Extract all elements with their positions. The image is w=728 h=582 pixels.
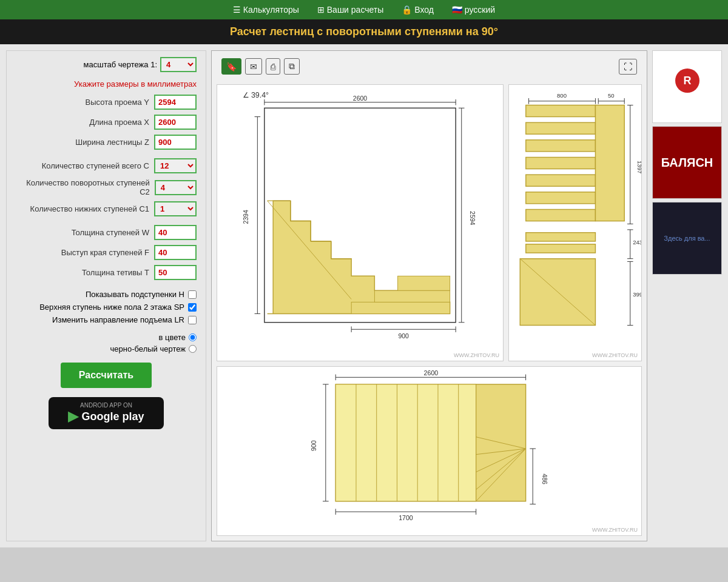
svg-text:2600: 2600 bbox=[353, 95, 368, 102]
svg-text:900: 900 bbox=[398, 332, 409, 340]
overhang-label: Выступ края ступеней F bbox=[61, 248, 149, 257]
show-risers-label: Показывать подступенки Н bbox=[86, 290, 184, 299]
nav-my-calcs[interactable]: ⊞ Ваши расчеты bbox=[317, 5, 383, 15]
svg-text:800: 800 bbox=[557, 92, 567, 99]
bw-radio[interactable] bbox=[189, 345, 197, 353]
svg-text:1700: 1700 bbox=[399, 514, 413, 521]
top-step-checkbox[interactable] bbox=[188, 303, 197, 312]
width-input[interactable] bbox=[154, 135, 197, 150]
stringer-input[interactable] bbox=[154, 265, 197, 280]
svg-rect-54 bbox=[526, 175, 596, 186]
svg-text:399: 399 bbox=[633, 291, 641, 298]
svg-rect-79 bbox=[335, 384, 476, 501]
turn-steps-row: Количество поворотных ступеней С2 435 bbox=[16, 178, 197, 196]
svg-text:1397: 1397 bbox=[636, 161, 641, 173]
fullscreen-btn[interactable]: ⛶ bbox=[619, 59, 637, 75]
thickness-row: Толщина ступеней W bbox=[16, 225, 197, 240]
svg-rect-19 bbox=[351, 302, 450, 313]
svg-text:2594: 2594 bbox=[469, 211, 476, 226]
steps-label: Количество ступеней всего С bbox=[42, 161, 149, 170]
overhang-input[interactable] bbox=[154, 245, 197, 260]
width-row: Ширина лестницы Z bbox=[16, 135, 197, 150]
main-layout: масштаб чертежа 1: 453 Укажите размеры в… bbox=[0, 44, 728, 547]
svg-rect-52 bbox=[526, 140, 596, 152]
lower-steps-row: Количество нижних ступеней С1 123 bbox=[16, 201, 197, 216]
front-view-svg: 800 50 1397 243 bbox=[509, 85, 641, 346]
left-panel: масштаб чертежа 1: 453 Укажите размеры в… bbox=[6, 50, 206, 541]
side-view-diagram: ∠ 39.4° 2600 2594 bbox=[217, 84, 504, 361]
watermark-3: WWW.ZHITOV.RU bbox=[592, 527, 638, 533]
diagram-toolbar: 🔖 ✉ ⎙ ⧉ ⛶ bbox=[217, 56, 642, 77]
change-dir-checkbox[interactable] bbox=[188, 316, 197, 324]
turn-steps-select[interactable]: 435 bbox=[155, 180, 197, 195]
ad-top: R bbox=[652, 50, 722, 123]
android-line1: ANDROID APP ON bbox=[56, 402, 157, 409]
height-label: Высота проема Y bbox=[86, 98, 149, 107]
right-ad-panel: R БАЛЯСН Здесь для ва... bbox=[652, 50, 722, 541]
play-icon: ▶ bbox=[68, 409, 78, 424]
scale-label: масштаб чертежа 1: bbox=[84, 60, 157, 69]
watermark-1: WWW.ZHITOV.RU bbox=[454, 352, 499, 358]
show-risers-row: Показывать подступенки Н bbox=[16, 290, 197, 299]
height-row: Высота проема Y bbox=[16, 95, 197, 110]
bw-label: черно-белый чертеж bbox=[110, 344, 186, 353]
pdf-btn[interactable]: ⎙ bbox=[266, 58, 280, 75]
email-btn[interactable]: ✉ bbox=[245, 58, 262, 75]
length-row: Длина проема X bbox=[16, 115, 197, 130]
thickness-input[interactable] bbox=[154, 225, 197, 240]
front-view-diagram: 800 50 1397 243 bbox=[508, 84, 642, 361]
bw-row: черно-белый чертеж bbox=[110, 344, 197, 353]
ad-mid: БАЛЯСН bbox=[652, 126, 722, 199]
top-diagrams: ∠ 39.4° 2600 2594 bbox=[217, 84, 642, 361]
svg-text:∠ 39.4°: ∠ 39.4° bbox=[243, 91, 269, 99]
svg-text:486: 486 bbox=[541, 473, 548, 484]
ad-mid-text: БАЛЯСН bbox=[661, 156, 713, 170]
svg-rect-55 bbox=[526, 192, 596, 204]
svg-rect-57 bbox=[595, 105, 624, 221]
color-label: в цвете bbox=[158, 333, 186, 342]
svg-rect-56 bbox=[526, 209, 596, 221]
width-label: Ширина лестницы Z bbox=[75, 138, 149, 147]
svg-text:2600: 2600 bbox=[424, 369, 439, 376]
svg-rect-20 bbox=[374, 290, 450, 302]
change-dir-label: Изменить направление подъема LR bbox=[52, 315, 184, 324]
steps-select[interactable]: 121014 bbox=[154, 158, 197, 173]
overhang-row: Выступ края ступеней F bbox=[16, 245, 197, 260]
lower-steps-select[interactable]: 123 bbox=[154, 201, 197, 216]
hint-label: Укажите размеры в миллиметрах bbox=[16, 79, 197, 89]
lower-steps-label: Количество нижних ступеней С1 bbox=[30, 204, 149, 213]
top-navigation: ☰ Калькуляторы ⊞ Ваши расчеты 🔒 Вход 🇷🇺 … bbox=[0, 0, 728, 19]
length-label: Длина проема X bbox=[89, 118, 149, 127]
android-badge[interactable]: ANDROID APP ON ▶ Google play bbox=[49, 397, 164, 429]
svg-rect-50 bbox=[526, 105, 596, 116]
calculate-button[interactable]: Рассчитать bbox=[61, 363, 152, 388]
copy-btn[interactable]: ⧉ bbox=[284, 58, 300, 75]
color-mode-group: в цвете черно-белый чертеж bbox=[16, 333, 197, 353]
turn-steps-label: Количество поворотных ступеней С2 bbox=[16, 178, 150, 196]
svg-rect-58 bbox=[526, 233, 596, 241]
svg-rect-53 bbox=[526, 157, 596, 169]
nav-language[interactable]: 🇷🇺 русский bbox=[452, 5, 495, 15]
top-step-label: Верхняя ступень ниже пола 2 этажа SP bbox=[39, 303, 184, 312]
ad-bot-text: Здесь для ва... bbox=[664, 235, 710, 242]
ad-bot: Здесь для ва... bbox=[652, 202, 722, 275]
plan-view-diagram: 2600 900 1700 486 bbox=[217, 366, 642, 536]
toolbar-left: 🔖 ✉ ⎙ ⧉ bbox=[221, 58, 300, 75]
bookmark-btn[interactable]: 🔖 bbox=[221, 58, 241, 75]
svg-text:243: 243 bbox=[633, 239, 641, 246]
nav-login[interactable]: 🔒 Вход bbox=[402, 5, 434, 15]
show-risers-checkbox[interactable] bbox=[188, 290, 197, 299]
side-view-svg: ∠ 39.4° 2600 2594 bbox=[217, 85, 503, 346]
svg-rect-21 bbox=[398, 276, 450, 290]
color-row: в цвете bbox=[158, 333, 197, 342]
height-input[interactable] bbox=[154, 95, 197, 110]
scale-row: масштаб чертежа 1: 453 bbox=[16, 57, 197, 72]
length-input[interactable] bbox=[154, 115, 197, 130]
stringer-row: Толщина тетивы T bbox=[16, 265, 197, 280]
color-radio[interactable] bbox=[189, 333, 197, 341]
svg-text:900: 900 bbox=[310, 440, 317, 451]
center-panel: 🔖 ✉ ⎙ ⧉ ⛶ ∠ 39.4° 2600 bbox=[211, 50, 647, 541]
android-line2: ▶ Google play bbox=[56, 409, 157, 424]
scale-select[interactable]: 453 bbox=[160, 57, 197, 72]
nav-calculators[interactable]: ☰ Калькуляторы bbox=[233, 5, 299, 15]
